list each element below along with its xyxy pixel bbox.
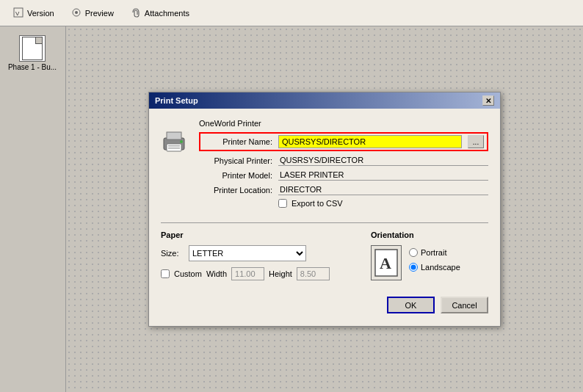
export-csv-row: Export to CSV	[278, 199, 488, 208]
attachments-label: Attachments	[145, 9, 189, 18]
dialog-title: Print Setup	[155, 96, 198, 105]
custom-checkbox[interactable]	[161, 269, 170, 278]
attachments-button[interactable]: Attachments	[123, 4, 196, 23]
custom-label: Custom	[174, 269, 202, 278]
printer-location-row: Printer Location: DIRECTOR	[199, 184, 488, 195]
content-area: Print Setup ✕	[66, 26, 583, 392]
version-icon: V	[12, 7, 24, 20]
preview-icon	[70, 7, 82, 20]
svg-rect-8	[168, 148, 180, 149]
main-area: Phase 1 - Bu... Print Setup ✕	[0, 26, 583, 392]
orientation-options: Portrait Landscape	[409, 245, 460, 272]
printer-model-value: LASER PRINTER	[278, 170, 488, 181]
portrait-radio[interactable]	[409, 248, 418, 257]
dialog-footer: OK Cancel	[149, 291, 500, 322]
orientation-label: Orientation	[371, 231, 488, 239]
dialog-titlebar: Print Setup ✕	[149, 92, 500, 109]
ok-button[interactable]: OK	[387, 297, 435, 313]
height-input[interactable]	[297, 267, 330, 280]
sidebar-item-label: Phase 1 - Bu...	[8, 63, 57, 71]
printer-location-value: DIRECTOR	[278, 184, 488, 195]
printer-icon	[161, 129, 187, 156]
version-label: Version	[27, 9, 54, 18]
printer-name-label: Printer Name:	[203, 137, 272, 146]
printer-name-row: Printer Name: ...	[199, 132, 488, 151]
preview-label: Preview	[85, 9, 114, 18]
svg-point-9	[180, 140, 183, 143]
section-label: OneWorld Printer	[199, 119, 488, 128]
height-label: Height	[269, 269, 292, 278]
printer-fields: OneWorld Printer Printer Name: ... Physi…	[199, 119, 488, 212]
document-icon	[19, 35, 46, 62]
divider	[161, 222, 488, 223]
svg-point-3	[75, 11, 78, 14]
size-label: Size:	[161, 249, 183, 258]
printer-location-label: Printer Location:	[199, 186, 272, 195]
orientation-content: A Portrait	[371, 245, 488, 280]
svg-rect-7	[168, 145, 180, 147]
portrait-label: Portrait	[421, 248, 446, 257]
orientation-section: Orientation A	[371, 231, 488, 280]
paper-orientation-section: Paper Size: LETTER LEGAL A4 A3 CUSTOM	[161, 231, 488, 280]
preview-button[interactable]: Preview	[64, 4, 120, 23]
printer-model-row: Printer Model: LASER PRINTER	[199, 170, 488, 181]
physical-printer-value: QUSRSYS/DIRECTOR	[278, 155, 488, 166]
size-select[interactable]: LETTER LEGAL A4 A3 CUSTOM	[189, 245, 306, 261]
orientation-icon: A	[371, 245, 402, 280]
landscape-radio-row: Landscape	[409, 263, 460, 272]
svg-text:A: A	[380, 254, 391, 272]
printer-icon-area	[161, 119, 190, 212]
physical-printer-row: Physical Printer: QUSRSYS/DIRECTOR	[199, 155, 488, 166]
width-label: Width	[206, 269, 227, 278]
size-row: Size: LETTER LEGAL A4 A3 CUSTOM	[161, 245, 356, 261]
landscape-label: Landscape	[421, 263, 460, 272]
portrait-radio-row: Portrait	[409, 248, 460, 257]
export-csv-checkbox[interactable]	[278, 199, 287, 208]
browse-button[interactable]: ...	[468, 135, 484, 148]
print-setup-dialog: Print Setup ✕	[148, 92, 501, 327]
printer-model-label: Printer Model:	[199, 171, 272, 180]
custom-row: Custom Width Height	[161, 267, 356, 280]
printer-section: OneWorld Printer Printer Name: ... Physi…	[161, 119, 488, 212]
toolbar: V Version Preview Attachments	[0, 0, 583, 26]
dialog-body: OneWorld Printer Printer Name: ... Physi…	[149, 109, 500, 291]
svg-text:V: V	[15, 10, 20, 17]
paper-label: Paper	[161, 231, 356, 239]
modal-overlay: Print Setup ✕	[66, 26, 583, 392]
version-button[interactable]: V Version	[6, 4, 61, 23]
sidebar-item-phase[interactable]: Phase 1 - Bu...	[4, 32, 60, 74]
dialog-close-button[interactable]: ✕	[482, 95, 494, 106]
printer-name-input[interactable]	[278, 135, 462, 148]
paper-section: Paper Size: LETTER LEGAL A4 A3 CUSTOM	[161, 231, 356, 280]
cancel-button[interactable]: Cancel	[441, 297, 488, 313]
attachments-icon	[130, 7, 142, 20]
width-input[interactable]	[231, 267, 264, 280]
physical-printer-label: Physical Printer:	[199, 156, 272, 165]
sidebar: Phase 1 - Bu...	[0, 26, 66, 392]
export-csv-label: Export to CSV	[292, 199, 343, 208]
landscape-radio[interactable]	[409, 263, 418, 272]
svg-rect-5	[167, 132, 181, 139]
